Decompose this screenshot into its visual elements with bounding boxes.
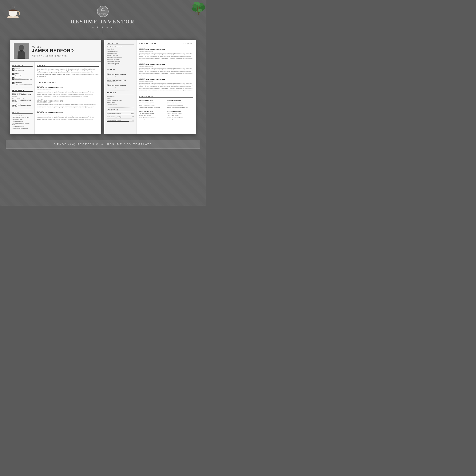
job2-company-2: Company Name | Address [139, 81, 193, 82]
job2-item-0: 2010 - 2012 ENTER YOUR JOB POSITION HERE… [139, 48, 193, 61]
ref-phone-2: Phone : +123 4567 896 [139, 114, 165, 116]
language-label: LANGUAGE [107, 109, 134, 111]
linkedin-value: your linkedin full user name here [16, 79, 32, 80]
expertise-7: Social Media Marketing [107, 61, 134, 62]
divider-5 [107, 90, 134, 90]
job2-title-1: ENTER YOUR JOB POSITION HERE [139, 64, 193, 66]
skill-1: Microsoft Office 2007 to Latest [12, 117, 33, 119]
phone-value: +123 4567 8953 [16, 70, 24, 71]
skill-5: Graphic Design Skills [12, 126, 33, 127]
job-title-1: ENTER YOUR JOB POSITION HERE [37, 100, 99, 102]
ref-jobtitle-0: Job Title / Company / Institute [139, 101, 165, 103]
contacts-label: CONTACTS [12, 64, 33, 67]
page1-body: CONTACTS ☎ PHONE +123 4567 8953 ✉ EMAIL … [10, 62, 101, 134]
ref-2: PERSON NAME HERE Job Title / Company / I… [139, 111, 165, 120]
job-desc-2: Lorem ipsum dolor sit pharetra consequat… [37, 115, 99, 120]
expertise-label: EXPERTISE [107, 42, 134, 45]
ref-address-1: Address : your Home/street address here. [167, 107, 193, 109]
awards-label: AWARDS [107, 69, 134, 71]
skill-3: Social Media Skills [12, 121, 33, 122]
edu-item-0: University / College - 2012 ENTER YOUR D… [12, 93, 33, 97]
expertise-5: Direct Response Marketing [107, 57, 134, 58]
page2-right-column: JOB EXPERIENCE (CONTINUED) 2010 - 2012 E… [137, 40, 196, 134]
job-experience-section: JOB EXPERIENCE 2010 - 2012 ENTER YOUR JO… [37, 82, 99, 120]
job2-company-1: Company Name | Address [139, 66, 193, 67]
ref-email-1: Email : yourmail@example.com [167, 105, 193, 107]
edu-item-2: University / College - 2012 ENTER YOUR D… [12, 103, 33, 107]
page1-left-column: CONTACTS ☎ PHONE +123 4567 8953 ✉ EMAIL … [10, 62, 35, 134]
contacts-section: CONTACTS ☎ PHONE +123 4567 8953 ✉ EMAIL … [12, 64, 33, 85]
divider-1 [12, 87, 33, 88]
ref-jobtitle-3: Job Title / Company / Institute [167, 113, 193, 115]
education-label: EDUCATION [12, 89, 33, 92]
award-2: 2012 ENTER YOUR AWARD NAME University / … [107, 84, 134, 87]
edu-item-1: University / College - 2012 ENTER YOUR D… [12, 98, 33, 102]
lang-1: French (speaking, reading) 90% [107, 116, 134, 119]
job2-item-1: 2010 - 2012 ENTER YOUR JOB POSITION HERE… [139, 63, 193, 76]
summary-text: Lorem ipsum dolor sit amet, consectetur … [37, 68, 99, 78]
logo-subtitle: Modern Resume Design [98, 13, 108, 17]
divider-2 [12, 110, 33, 110]
ref-3: PERSON NAME HERE Job Title / Company / I… [167, 111, 193, 120]
logo-circle: Modern Resume Design [97, 6, 108, 17]
lang-pct-2: 80% [132, 119, 134, 121]
lang-name-1: French (speaking, reading) [107, 116, 121, 118]
candidate-title: PROGRAM ADMINISTRATOR [32, 55, 74, 57]
job2-desc-1: Lorem ipsum dolor sit pharetra consequat… [139, 68, 193, 76]
ref-name-3: PERSON NAME HERE [167, 111, 193, 113]
continued-label: (CONTINUED) [182, 43, 193, 44]
phone-label: PHONE [16, 68, 24, 70]
summary-section: SUMMARY Lorem ipsum dolor sit amet, cons… [37, 64, 99, 78]
awards-section: AWARDS 2012 ENTER YOUR AWARD NAME Univer… [107, 69, 134, 87]
job2-title-0: ENTER YOUR JOB POSITION HERE [139, 49, 193, 51]
skill-2: QuickBooks Skills [12, 119, 33, 120]
lang-2: German (reading, writing) 80% [107, 119, 134, 122]
hobby-4: Community work [107, 103, 134, 105]
job-desc-0: Lorem ipsum dolor sit pharetra consequat… [37, 90, 99, 97]
expertise-4: Nonprofit Marketing [107, 55, 134, 56]
references-section: REFERENCES PERSON NAME HERE Job Title / … [139, 95, 193, 120]
language-section: LANGUAGE English (native language) 100% … [107, 109, 134, 122]
svg-point-17 [19, 45, 24, 50]
ref-email-3: Email : yourmail@example.com [167, 116, 193, 118]
stars-rating: ★ ★ ★ ★ ★ [0, 26, 206, 29]
divider-3 [37, 80, 99, 80]
hobby-1: Sports [107, 98, 134, 99]
ref-address-3: Address : your Home/street address here. [167, 118, 193, 120]
footer-banner: 2 PAGE (A4) PROFESSIONAL RESUME / CV TEM… [6, 140, 200, 149]
skill-0: Adobe Creative Suite [12, 115, 33, 117]
lang-0: English (native language) 100% [107, 113, 134, 115]
hobby-3: Action Figures [107, 102, 134, 103]
edu-degree-2: ENTER YOUR DEGREE NAME [12, 104, 33, 106]
references-label: REFERENCES [139, 95, 193, 98]
education-section: EDUCATION University / College - 2012 EN… [12, 89, 33, 107]
ref-name-1: PERSON NAME HERE [167, 99, 193, 101]
ref-jobtitle-2: Job Title / Company / Institute [139, 113, 165, 115]
pages-container: Hi, I am JAMES REDFORD PROGRAM ADMINISTR… [0, 38, 206, 138]
job-title-0: ENTER YOUR JOB POSITION HERE [37, 87, 99, 88]
contact-email: ✉ EMAIL yourmail@domain.com [12, 73, 33, 76]
job-exp-continued-label: JOB EXPERIENCE [139, 42, 158, 45]
award-school-1: University / College [107, 81, 134, 82]
footer-text: 2 PAGE (A4) PROFESSIONAL RESUME / CV TEM… [10, 143, 196, 146]
ref-email-2: Email : yourmail@example.com [139, 116, 165, 118]
name-divider [32, 54, 39, 54]
award-school-2: University / College [107, 86, 134, 87]
contact-phone: ☎ PHONE +123 4567 8953 [12, 68, 33, 71]
hobby-0: Photography [107, 96, 134, 97]
address-label: ADDRESS [16, 82, 32, 83]
email-icon: ✉ [12, 73, 15, 75]
ref-0: PERSON NAME HERE Job Title / Company / I… [139, 99, 165, 109]
page2-left-column: EXPERTISE New Product Development Sales … [104, 40, 137, 134]
divider-7 [139, 94, 193, 94]
header-divider [103, 30, 103, 34]
hobbies-section: HOBBIES Photography Sports Social Hobbie… [107, 92, 134, 105]
edu-degree-1: ENTER YOUR DEGREE NAME [12, 99, 33, 101]
divider-4 [107, 67, 134, 67]
job-item-0: 2010 - 2012 ENTER YOUR JOB POSITION HERE… [37, 86, 99, 97]
job2-item-2: 2010 - 2012 ENTER YOUR JOB POSITION HERE… [139, 78, 193, 91]
lang-name-2: German (reading, writing) [107, 119, 121, 121]
page1-right-column: SUMMARY Lorem ipsum dolor sit amet, cons… [35, 62, 101, 134]
ref-phone-0: Phone : +123 4567 896 [139, 103, 165, 105]
skill-4: Content Management Systems (CMS) [12, 123, 33, 125]
